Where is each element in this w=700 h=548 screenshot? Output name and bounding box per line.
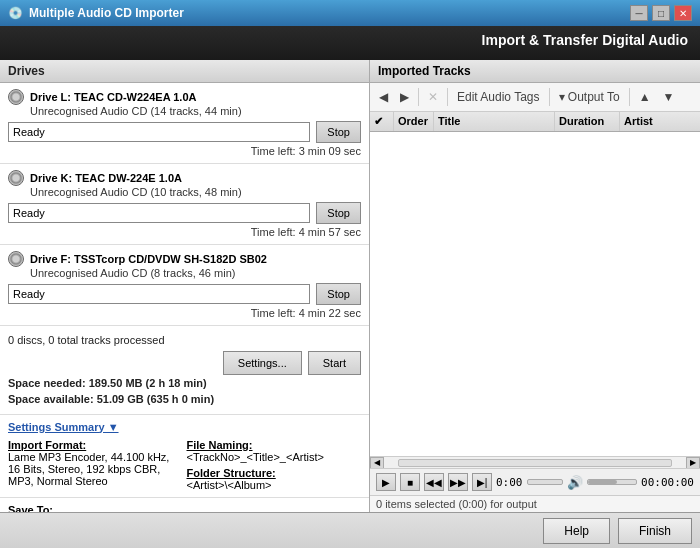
back-button[interactable]: ◀	[374, 86, 393, 108]
save-to-label: Save To:	[8, 504, 53, 513]
play-button[interactable]: ▶	[376, 473, 396, 491]
app-icon: 💿	[8, 6, 23, 20]
import-format-value: Lame MP3 Encoder, 44.100 kHz, 16 Bits, S…	[8, 451, 183, 487]
output-to-label: ▾ Output To	[559, 90, 620, 104]
discs-line: 0 discs, 0 total tracks processed	[8, 332, 361, 349]
space-needed: Space needed: 189.50 MB (2 h 18 min)	[8, 375, 361, 392]
prev-button[interactable]: ◀◀	[424, 473, 444, 491]
left-panel: Drives Drive L: TEAC CD-W224EA 1.0A Unre…	[0, 60, 370, 512]
edit-audio-tags-label: Edit Audio Tags	[457, 90, 540, 104]
folder-structure-label: Folder Structure:	[187, 467, 362, 479]
drives-label: Drives	[8, 64, 45, 78]
save-section: Save To: C:\Users\Rob\Music	[0, 498, 369, 513]
space-available: Space available: 51.09 GB (635 h 0 min)	[8, 391, 361, 408]
drive-2-label: Drive K: TEAC DW-224E 1.0A	[30, 172, 182, 184]
title-bar: 💿 Multiple Audio CD Importer ─ □ ✕	[0, 0, 700, 26]
finish-button[interactable]: Finish	[618, 518, 692, 544]
output-to-button[interactable]: ▾ Output To	[554, 86, 625, 108]
import-format-label: Import Format:	[8, 439, 183, 451]
drive-1-name: Drive L: TEAC CD-W224EA 1.0A	[8, 89, 361, 105]
delete-icon: ✕	[428, 90, 438, 104]
move-up-button[interactable]: ▲	[634, 86, 656, 108]
drive-1-status[interactable]	[8, 122, 310, 142]
drive-2-info: Unrecognised Audio CD (10 tracks, 48 min…	[30, 186, 361, 198]
stop-player-button[interactable]: ■	[400, 473, 420, 491]
summary-section: 0 discs, 0 total tracks processed Settin…	[0, 326, 369, 415]
col-title[interactable]: Title	[434, 112, 555, 131]
cd-icon-1	[8, 89, 24, 105]
total-time: 00:00:00	[641, 476, 694, 489]
drive-3-controls: Stop	[8, 283, 361, 305]
start-button[interactable]: Start	[308, 351, 361, 375]
volume-slider[interactable]	[587, 479, 637, 485]
move-down-icon: ▼	[663, 90, 675, 104]
toolbar-sep-2	[447, 88, 448, 106]
settings-summary-toggle[interactable]: Settings Summary ▼	[8, 421, 361, 433]
delete-button[interactable]: ✕	[423, 86, 443, 108]
drive-1-stop-button[interactable]: Stop	[316, 121, 361, 143]
file-naming-label: File Naming:	[187, 439, 362, 451]
artist-col-label: Artist	[624, 115, 653, 127]
status-text: 0 items selected (0:00) for output	[376, 498, 537, 510]
drive-item-1: Drive L: TEAC CD-W224EA 1.0A Unrecognise…	[0, 83, 369, 164]
player-controls: ▶ ■ ◀◀ ▶▶ ▶| 0:00 🔊 00:00:00	[370, 468, 700, 495]
close-button[interactable]: ✕	[674, 5, 692, 21]
settings-grid: Import Format: Lame MP3 Encoder, 44.100 …	[8, 439, 361, 491]
file-naming-value: <TrackNo>_<Title>_<Artist>	[187, 451, 362, 463]
scroll-right-arrow[interactable]: ▶	[686, 457, 700, 469]
check-col-label: ✔	[374, 115, 383, 127]
toolbar-sep-3	[549, 88, 550, 106]
order-col-label: Order	[398, 115, 428, 127]
col-order[interactable]: Order	[394, 112, 434, 131]
app-header: Import & Transfer Digital Audio	[0, 26, 700, 60]
drive-item-3: Drive F: TSSTcorp CD/DVDW SH-S182D SB02 …	[0, 245, 369, 326]
right-panel: Imported Tracks ◀ ▶ ✕ Edit Audio Tags ▾ …	[370, 60, 700, 512]
table-body	[370, 132, 700, 456]
duration-col-label: Duration	[559, 115, 604, 127]
volume-icon: 🔊	[567, 475, 583, 490]
back-icon: ◀	[379, 90, 388, 104]
drive-2-name: Drive K: TEAC DW-224E 1.0A	[8, 170, 361, 186]
cd-icon-2	[8, 170, 24, 186]
drives-header: Drives	[0, 60, 369, 83]
drive-1-label: Drive L: TEAC CD-W224EA 1.0A	[30, 91, 196, 103]
current-time: 0:00	[496, 476, 523, 489]
drive-1-controls: Stop	[8, 121, 361, 143]
horizontal-scrollbar[interactable]: ◀ ▶	[370, 456, 700, 468]
drive-1-time: Time left: 3 min 09 sec	[8, 145, 361, 157]
bottom-bar: Help Finish	[0, 512, 700, 548]
forward-icon: ▶	[400, 90, 409, 104]
move-up-icon: ▲	[639, 90, 651, 104]
col-artist[interactable]: Artist	[620, 112, 700, 131]
scroll-left-arrow[interactable]: ◀	[370, 457, 384, 469]
drive-2-time: Time left: 4 min 57 sec	[8, 226, 361, 238]
progress-bar[interactable]	[527, 479, 564, 485]
drive-2-stop-button[interactable]: Stop	[316, 202, 361, 224]
title-bar-text: Multiple Audio CD Importer	[29, 6, 184, 20]
skip-end-button[interactable]: ▶|	[472, 473, 492, 491]
table-header: ✔ Order Title Duration Artist	[370, 112, 700, 132]
move-down-button[interactable]: ▼	[658, 86, 680, 108]
settings-button[interactable]: Settings...	[223, 351, 302, 375]
drive-2-status[interactable]	[8, 203, 310, 223]
scrollbar-track[interactable]	[398, 459, 672, 467]
maximize-button[interactable]: □	[652, 5, 670, 21]
status-line: 0 items selected (0:00) for output	[370, 495, 700, 512]
title-col-label: Title	[438, 115, 460, 127]
drive-3-label: Drive F: TSSTcorp CD/DVDW SH-S182D SB02	[30, 253, 267, 265]
drive-3-stop-button[interactable]: Stop	[316, 283, 361, 305]
forward-button[interactable]: ▶	[395, 86, 414, 108]
drive-3-info: Unrecognised Audio CD (8 tracks, 46 min)	[30, 267, 361, 279]
drive-3-name: Drive F: TSSTcorp CD/DVDW SH-S182D SB02	[8, 251, 361, 267]
edit-audio-tags-button[interactable]: Edit Audio Tags	[452, 86, 545, 108]
next-button[interactable]: ▶▶	[448, 473, 468, 491]
help-button[interactable]: Help	[543, 518, 610, 544]
settings-section: Settings Summary ▼ Import Format: Lame M…	[0, 415, 369, 498]
col-duration[interactable]: Duration	[555, 112, 620, 131]
drive-3-status[interactable]	[8, 284, 310, 304]
drive-1-info: Unrecognised Audio CD (14 tracks, 44 min…	[30, 105, 361, 117]
drive-item-2: Drive K: TEAC DW-224E 1.0A Unrecognised …	[0, 164, 369, 245]
drive-3-time: Time left: 4 min 22 sec	[8, 307, 361, 319]
minimize-button[interactable]: ─	[630, 5, 648, 21]
settings-summary-label: Settings Summary ▼	[8, 421, 119, 433]
